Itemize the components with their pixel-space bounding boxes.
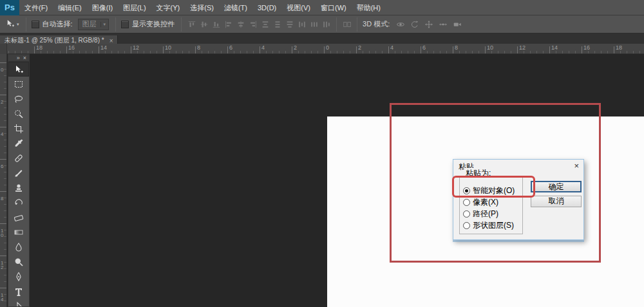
radio-label: 形状图层(S) — [473, 220, 514, 231]
horizontal-ruler: 1816141210864202468101214161820 — [0, 44, 644, 54]
separator — [336, 17, 337, 32]
menu-bar: Ps 文件(F)编辑(E)图像(I)图层(L)文字(Y)选择(S)滤镜(T)3D… — [0, 0, 644, 15]
menu-item-4[interactable]: 文字(Y) — [153, 0, 184, 15]
menu-item-10[interactable]: 帮助(H) — [354, 0, 384, 15]
hruler-label: 0 — [326, 44, 329, 51]
align-buttons-group — [185, 18, 332, 31]
blur-tool[interactable] — [8, 239, 29, 254]
distribute-right-edges-icon[interactable] — [320, 18, 332, 31]
menu-item-0[interactable]: 文件(F) — [21, 0, 51, 15]
align-vertical-centers-icon[interactable] — [198, 18, 210, 31]
menu-item-6[interactable]: 滤镜(T) — [221, 0, 251, 15]
align-bottom-edges-icon[interactable] — [210, 18, 222, 31]
hruler-label: 18 — [616, 44, 622, 51]
ruler-corner — [0, 44, 7, 54]
chevron-down-icon: ▾ — [100, 22, 109, 27]
separator — [26, 17, 26, 32]
hruler-label: 14 — [100, 44, 107, 51]
show-transform-label: 显示变换控件 — [132, 19, 175, 29]
separator — [357, 17, 357, 32]
distribute-bottom-edges-icon[interactable] — [283, 18, 296, 31]
collapse-panel-icon[interactable]: » — [17, 55, 20, 61]
pen-tool[interactable] — [8, 269, 29, 284]
brush-tool[interactable] — [8, 165, 29, 180]
3d-drag-icon[interactable] — [422, 18, 436, 31]
spot-healing-brush-tool[interactable] — [8, 151, 29, 165]
hruler-label: 8 — [197, 44, 200, 51]
hruler-label: 12 — [133, 44, 139, 51]
radio-icon[interactable] — [463, 199, 470, 206]
vruler-label: 0 — [1, 68, 6, 72]
radio-icon[interactable] — [463, 210, 470, 218]
3d-roll-icon[interactable] — [408, 18, 422, 31]
menu-item-8[interactable]: 视图(V) — [283, 0, 314, 15]
hruler-label: 2 — [294, 44, 297, 51]
3d-mode-label: 3D 模式: — [363, 19, 390, 29]
distribute-horizontal-centers-icon[interactable] — [308, 18, 320, 31]
crop-tool[interactable] — [8, 121, 29, 136]
menu-item-1[interactable]: 编辑(E) — [55, 0, 85, 15]
align-right-edges-icon[interactable] — [247, 18, 259, 31]
dropdown-value: 图层 — [79, 19, 100, 29]
distribute-top-edges-icon[interactable] — [259, 18, 271, 31]
3d-rotate-icon[interactable] — [393, 18, 408, 31]
align-top-edges-icon[interactable] — [185, 18, 198, 31]
type-tool[interactable] — [8, 284, 29, 299]
quick-selection-tool[interactable] — [8, 106, 29, 121]
close-icon[interactable]: × — [109, 37, 113, 44]
clone-stamp-tool[interactable] — [8, 180, 29, 195]
paste-option-1[interactable]: 像素(X) — [463, 198, 498, 207]
auto-select-checkbox[interactable] — [32, 21, 39, 28]
paste-option-2[interactable]: 路径(P) — [463, 209, 498, 218]
vruler-label: 12 — [1, 261, 6, 270]
radio-icon[interactable] — [463, 222, 470, 229]
current-tool-preview[interactable]: ▾ — [0, 19, 22, 30]
lasso-tool[interactable] — [8, 91, 29, 106]
hruler-label: 4 — [261, 44, 265, 51]
menu-item-2[interactable]: 图像(I) — [89, 0, 116, 15]
hruler-label: 10 — [165, 44, 171, 51]
hruler-label: 14 — [551, 44, 558, 51]
close-icon[interactable]: × — [574, 161, 579, 171]
paste-option-3[interactable]: 形状图层(S) — [463, 221, 514, 230]
ok-button[interactable]: 确定 — [531, 181, 582, 192]
menu-item-5[interactable]: 选择(S) — [187, 0, 217, 15]
path-selection-tool[interactable] — [8, 299, 29, 307]
move-tool[interactable] — [8, 62, 29, 77]
move-tool-icon — [5, 19, 15, 30]
auto-select-target-dropdown[interactable]: 图层 ▾ — [78, 19, 109, 30]
separator — [115, 17, 116, 32]
rectangular-marquee-tool[interactable] — [8, 77, 29, 91]
distribute-left-edges-icon[interactable] — [296, 18, 308, 31]
hruler-label: 12 — [519, 44, 526, 51]
tools-list — [8, 62, 29, 307]
menu-item-9[interactable]: 窗口(W) — [317, 0, 350, 15]
3d-scale-icon[interactable] — [450, 18, 464, 31]
history-brush-tool[interactable] — [8, 195, 29, 210]
auto-select-label: 自动选择: — [43, 19, 73, 29]
align-left-edges-icon[interactable] — [222, 18, 234, 31]
vruler-label: 10 — [1, 228, 6, 237]
vruler-label: 14 — [1, 293, 6, 302]
eyedropper-tool[interactable] — [8, 136, 29, 151]
vertical-ruler: 02468101214 — [0, 54, 7, 307]
menu-item-3[interactable]: 图层(L) — [120, 0, 149, 15]
hruler-label: 16 — [583, 44, 590, 51]
auto-align-layers-icon[interactable] — [341, 18, 353, 31]
distribute-vertical-centers-icon[interactable] — [271, 18, 283, 31]
radio-label: 像素(X) — [473, 197, 498, 208]
show-transform-checkbox[interactable] — [121, 21, 129, 28]
menu-item-7[interactable]: 3D(D) — [254, 0, 279, 15]
dodge-tool[interactable] — [8, 254, 29, 269]
align-horizontal-centers-icon[interactable] — [234, 18, 247, 31]
cancel-button[interactable]: 取消 — [531, 196, 582, 207]
vruler-label: 2 — [1, 100, 6, 104]
hruler-label: 6 — [422, 44, 426, 51]
vruler-label: 6 — [1, 164, 6, 169]
eraser-tool[interactable] — [8, 210, 29, 225]
gradient-tool[interactable] — [8, 225, 29, 239]
close-panel-icon[interactable]: × — [23, 55, 26, 61]
document-tab-bar: 未标题-1 @ 25% (图层 1, RGB/8) * × — [0, 33, 644, 44]
3d-mode-buttons-group — [393, 18, 464, 31]
3d-slide-icon[interactable] — [436, 18, 450, 31]
